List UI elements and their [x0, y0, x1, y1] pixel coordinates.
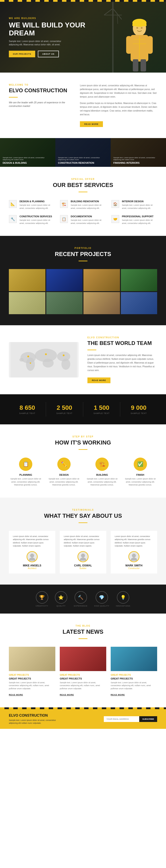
- blog-readmore-2[interactable]: READ MORE: [111, 694, 125, 696]
- blog-item-2: GREAT PROJECTS GREAT PROJECTS Sample tex…: [111, 647, 157, 696]
- welcome-body1: Lorem ipsum dolor sit amet, consectetur …: [80, 84, 157, 99]
- blog-post-title-0: GREAT PROJECTS: [9, 677, 55, 680]
- portfolio-title: RECENT PROJECTS: [9, 251, 157, 257]
- portfolio-item-2[interactable]: [46, 269, 83, 291]
- testimonial-mark-smith: Lorem ipsum dolor sit amet, consectetur …: [111, 531, 157, 574]
- hero-person: [117, 8, 162, 72]
- hero-primary-button[interactable]: OUR PROJECTS: [9, 51, 35, 57]
- testimonial-mike-angels-text: Lorem ipsum dolor sit amet, consectetur …: [13, 535, 51, 548]
- testimonial-mike-angels-avatar: [27, 551, 38, 562]
- services-header: SPECIAL OFFER OUR BEST SERVICES: [9, 178, 157, 192]
- welcome-readmore-button[interactable]: READ MORE: [80, 121, 103, 127]
- svg-rect-8: [126, 36, 132, 54]
- world-map: [9, 342, 79, 377]
- svg-point-26: [20, 358, 24, 362]
- testimonial-mark-smith-avatar: [128, 551, 139, 562]
- badge-creativity: 🏆 CREATIVITY: [36, 591, 48, 607]
- welcome-left: WELCOME TO ELVO CONSTRUCTION We are the …: [9, 84, 73, 127]
- testimonials-header: TESTIMONIALS WHAT THEY SAY ABOUT US: [9, 509, 157, 523]
- image-strip-interiors-desc: Sample text. Lorem ipsum dolor sit amet,…: [113, 157, 163, 161]
- stat-number-0: 8 650: [9, 404, 46, 411]
- service-documentation-desc: Sample text. Lorem ipsum dolor sit amet,…: [71, 219, 106, 225]
- interior-design-icon: 🏠: [111, 200, 119, 208]
- svg-rect-3: [112, 2, 114, 72]
- testimonial-carl-oswal-role: Builder: [64, 567, 102, 569]
- service-professional-support-info: PROFESSIONAL SUPPORT Sample text. Lorem …: [122, 215, 157, 225]
- blog-divider: [79, 638, 87, 639]
- building-icon: 🏗️: [95, 458, 109, 471]
- testimonials-section: TESTIMONIALS WHAT THEY SAY ABOUT US Lore…: [0, 498, 166, 585]
- portfolio-item-4[interactable]: [121, 269, 157, 291]
- service-interior-design-title: INTERIOR DESIGN: [122, 200, 157, 203]
- blog-readmore-1[interactable]: READ MORE: [60, 694, 74, 696]
- blog-item-1: GREAT PROJECTS GREAT PROJECTS Sample tex…: [60, 647, 106, 696]
- portfolio-item-5[interactable]: [9, 292, 45, 314]
- service-interior-design-info: INTERIOR DESIGN Sample text. Lorem ipsum…: [122, 200, 157, 210]
- blog-readmore-0[interactable]: READ MORE: [9, 694, 23, 696]
- step-finish-desc: Sample text. Lorem ipsum dolor sit amet,…: [123, 477, 157, 487]
- services-title: OUR BEST SERVICES: [9, 182, 157, 188]
- hero-tagline: WE ARE BUILDERS: [9, 17, 106, 20]
- step-planning: 📋 PLANNING Sample text. Lorem ipsum dolo…: [9, 458, 43, 487]
- portfolio-grid: [9, 269, 157, 314]
- portfolio-item-1[interactable]: [9, 269, 45, 291]
- team-readmore-button[interactable]: READ MORE: [87, 377, 110, 383]
- footer-subscribe-button[interactable]: SUBSCRIBE: [139, 716, 157, 722]
- service-documentation: 📋 DOCUMENTATION Sample text. Lorem ipsum…: [60, 215, 106, 225]
- svg-point-30: [30, 363, 31, 364]
- howworks-section: STEP BY STEP HOW IT'S WORKING 📋 PLANNING…: [0, 424, 166, 498]
- portfolio-item-6[interactable]: [46, 292, 83, 314]
- step-building: 🏗️ BUILDING Sample text. Lorem ipsum dol…: [85, 458, 119, 487]
- service-professional-support-title: PROFESSIONAL SUPPORT: [122, 215, 157, 218]
- welcome-subtitle: We are the leader with 25 years of exper…: [9, 101, 73, 108]
- avatar-icon: [28, 553, 36, 561]
- hero-description: Sample text. Lorem ipsum dolor sit amet,…: [9, 40, 71, 46]
- image-strip-renovation-label: CONSTRUCTION RENOVATION: [58, 161, 94, 164]
- portfolio-item-8[interactable]: [121, 292, 157, 314]
- service-professional-support-desc: Sample text. Lorem ipsum dolor sit amet,…: [122, 219, 157, 225]
- blog-desc-0: Sample text. Lorem ipsum dolor sit amet,…: [9, 681, 55, 690]
- stat-label-1: Sample text: [46, 412, 83, 414]
- stat-item-0: 8 650 Sample text: [9, 402, 46, 416]
- services-label: SPECIAL OFFER: [9, 178, 157, 180]
- blog-label: THE BLOG: [9, 625, 157, 627]
- svg-point-15: [141, 27, 142, 29]
- footer-subscribe: SUBSCRIBE: [104, 716, 157, 722]
- hero-secondary-button[interactable]: ABOUT US: [38, 51, 59, 57]
- testimonial-mark-smith-bottom: MARK SMITH Constructor: [115, 551, 153, 569]
- stat-label-2: Sample text: [83, 412, 120, 414]
- step-finish-title: FINISH: [123, 473, 157, 476]
- portfolio-item-7[interactable]: [83, 292, 120, 314]
- svg-point-28: [45, 353, 47, 355]
- bottom-strip: [0, 707, 166, 709]
- image-strip-interiors[interactable]: FINISHING INTERIORS Sample text. Lorem i…: [111, 138, 166, 167]
- image-strip-renovation[interactable]: CONSTRUCTION RENOVATION Sample text. Lor…: [55, 138, 111, 167]
- service-building-renovation: 🏗️ BUILDING RENOVATION Sample text. Lore…: [60, 200, 106, 210]
- design-planning-icon: 📐: [9, 200, 17, 208]
- welcome-right: Lorem ipsum dolor sit amet, consectetur …: [80, 84, 157, 127]
- testimonial-mike-angels-role: Architect: [13, 567, 51, 569]
- portfolio-item-3[interactable]: [83, 269, 120, 291]
- image-strip-design[interactable]: DESIGN & BUILDING Sample text. Lorem ips…: [0, 138, 55, 167]
- stat-item-1: 2 500 Sample text: [46, 402, 83, 416]
- svg-point-33: [81, 554, 85, 558]
- team-map-container: [9, 342, 79, 377]
- badge-quality-label: QUALITY: [56, 605, 65, 607]
- welcome-divider: [9, 97, 18, 98]
- team-label: ELVO CONSTRUCTION: [87, 336, 157, 339]
- blog-title: LATEST NEWS: [9, 628, 157, 635]
- stat-label-3: Sample text: [120, 412, 157, 414]
- hero-content: WE ARE BUILDERS WE WILL BUILD YOUR DREAM…: [9, 17, 106, 57]
- svg-point-31: [30, 554, 34, 558]
- service-construction-services: 🔧 CONSTRUCTION SERVICES Sample text. Lor…: [9, 215, 55, 225]
- services-divider: [79, 192, 87, 192]
- testimonial-mike-angels: Lorem ipsum dolor sit amet, consectetur …: [9, 531, 55, 574]
- step-planning-title: PLANNING: [9, 473, 43, 476]
- avatar-icon: [130, 553, 138, 561]
- howworks-divider: [79, 449, 87, 450]
- blog-section: THE BLOG LATEST NEWS GREAT PROJECTS GREA…: [0, 614, 166, 708]
- footer-email-input[interactable]: [104, 716, 139, 722]
- blog-category-0: GREAT PROJECTS: [9, 674, 55, 676]
- image-strip: DESIGN & BUILDING Sample text. Lorem ips…: [0, 138, 166, 167]
- service-documentation-title: DOCUMENTATION: [71, 215, 106, 218]
